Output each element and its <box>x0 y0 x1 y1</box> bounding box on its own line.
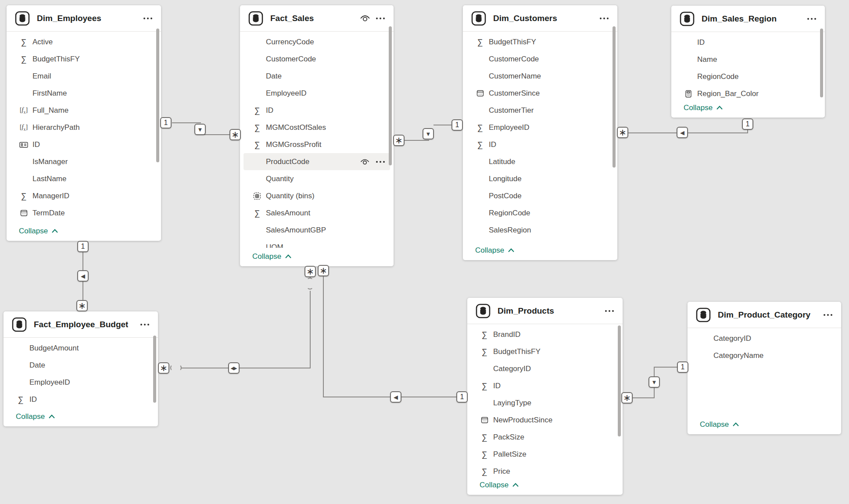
hidden-eye-icon[interactable] <box>360 158 370 165</box>
field-row[interactable]: UOM <box>240 239 394 248</box>
field-row[interactable]: Date <box>4 357 158 374</box>
relationship-line[interactable] <box>172 122 201 123</box>
field-row[interactable]: ∑ID <box>4 391 158 408</box>
cardinality-many[interactable]: ∗ <box>229 129 241 140</box>
filter-direction-arrow[interactable]: ◀▶ <box>228 362 240 374</box>
filter-direction-arrow[interactable]: ▼ <box>648 376 660 388</box>
cardinality-many[interactable]: ∗ <box>304 266 316 277</box>
field-row[interactable]: ∑PackSize <box>467 429 623 446</box>
field-row[interactable]: ∑MGMCostOfSales <box>240 119 394 136</box>
cardinality-many[interactable]: ∗ <box>318 265 329 276</box>
field-row[interactable]: BudgetAmount <box>4 340 158 357</box>
field-row[interactable]: CustomerTier <box>463 102 617 119</box>
field-row[interactable]: CurrencyCode <box>240 33 394 50</box>
filter-direction-arrow[interactable]: ▼ <box>423 128 434 139</box>
table-card-fact-sales[interactable]: Fact_Sales CurrencyCodeCustomerCodeDateE… <box>240 5 394 266</box>
field-row[interactable]: ∑PalletSize <box>467 446 623 463</box>
table-card-dim-employees[interactable]: Dim_Employees ∑Active∑BudgetThisFYEmailF… <box>7 5 161 241</box>
scrollbar-thumb[interactable] <box>613 26 616 168</box>
table-card-dim-products[interactable]: Dim_Products ∑BrandID∑BudgetThisFYCatego… <box>467 298 623 495</box>
field-row[interactable]: ∑BudgetThisFY <box>7 50 161 68</box>
field-row[interactable]: ∑ID <box>467 377 623 394</box>
field-row[interactable]: ∑SalesAmount <box>240 204 394 222</box>
table-menu-icon[interactable] <box>806 15 817 22</box>
field-row[interactable]: IsManager <box>7 153 161 170</box>
table-header[interactable]: Dim_Products <box>467 298 623 324</box>
field-row[interactable]: Latitude <box>463 153 617 170</box>
collapse-link[interactable]: Collapse <box>475 244 515 257</box>
field-row[interactable]: EmployeeID <box>4 374 158 391</box>
field-row[interactable]: FirstName <box>7 85 161 102</box>
field-row[interactable]: ∑ID <box>240 102 394 119</box>
field-row[interactable]: CustomerSince <box>463 85 617 102</box>
field-row[interactable]: Quantity (bins) <box>240 187 394 204</box>
field-row[interactable]: ID <box>671 34 825 51</box>
cardinality-one[interactable]: 1 <box>742 118 753 130</box>
cardinality-one[interactable]: 1 <box>77 241 89 252</box>
field-row[interactable]: Date <box>240 68 394 85</box>
table-menu-icon[interactable] <box>143 15 153 22</box>
table-card-dim-product-category[interactable]: Dim_Product_Category CategoryIDCategoryN… <box>688 302 841 434</box>
field-row[interactable]: ∑BudgetThisFY <box>467 343 623 360</box>
field-row[interactable]: ID <box>7 136 161 153</box>
field-row[interactable]: ∑BudgetThisFY <box>463 33 617 50</box>
relationship-line[interactable] <box>632 397 655 398</box>
cardinality-many[interactable]: ∗ <box>393 135 405 146</box>
filter-direction-arrow[interactable]: ◀ <box>677 127 688 138</box>
cardinality-many[interactable]: ∗ <box>76 300 88 311</box>
table-card-dim-sales-region[interactable]: Dim_Sales_Region IDNameRegionCodeRegion_… <box>671 6 825 118</box>
field-menu-icon[interactable] <box>375 158 386 165</box>
field-row[interactable]: ∑Active <box>7 33 161 50</box>
field-row[interactable]: ∑EmployeeID <box>463 119 617 136</box>
field-row[interactable]: [fx]HierarchyPath <box>7 119 161 136</box>
field-row[interactable]: RegionCode <box>463 204 617 222</box>
table-menu-icon[interactable] <box>375 15 386 22</box>
field-row[interactable]: LastName <box>7 170 161 187</box>
field-row[interactable]: SalesRegion <box>463 222 617 239</box>
cardinality-one[interactable]: 1 <box>451 119 463 131</box>
cardinality-many[interactable]: ∗ <box>617 127 628 138</box>
cardinality-many[interactable]: ∗ <box>621 392 633 404</box>
field-row[interactable]: Region_Bar_Color <box>671 85 825 102</box>
field-row[interactable]: Quantity <box>240 170 394 187</box>
table-header[interactable]: Dim_Employees <box>7 5 161 32</box>
table-menu-icon[interactable] <box>599 15 609 22</box>
field-row[interactable]: TermDate <box>7 204 161 222</box>
table-header[interactable]: Dim_Customers <box>463 5 617 32</box>
field-row[interactable]: CategoryID <box>688 330 841 347</box>
relationship-line[interactable] <box>323 276 324 397</box>
collapse-link[interactable]: Collapse <box>252 250 292 263</box>
table-header[interactable]: Dim_Product_Category <box>688 302 841 328</box>
field-row[interactable]: ∑MGMGrossProfit <box>240 136 394 153</box>
table-menu-icon[interactable] <box>604 307 615 315</box>
field-row[interactable]: CustomerCode <box>240 50 394 68</box>
relationship-line[interactable] <box>404 140 429 141</box>
field-row[interactable]: Name <box>671 51 825 68</box>
scrollbar-thumb[interactable] <box>389 26 392 165</box>
field-row[interactable]: LayingType <box>467 394 623 411</box>
field-row[interactable]: [fx]Full_Name <box>7 102 161 119</box>
relationship-line[interactable] <box>628 132 748 133</box>
collapse-link[interactable]: Collapse <box>684 102 723 114</box>
collapse-link[interactable]: Collapse <box>480 479 519 491</box>
scrollbar-thumb[interactable] <box>618 325 621 436</box>
field-row[interactable]: Email <box>7 68 161 85</box>
table-header[interactable]: Dim_Sales_Region <box>671 6 825 32</box>
table-menu-icon[interactable] <box>140 321 150 328</box>
field-row[interactable]: PostCode <box>463 187 617 204</box>
field-row[interactable]: NewProductSince <box>467 411 623 429</box>
field-row[interactable]: SalesAmountGBP <box>240 222 394 239</box>
field-row[interactable]: ProductCode <box>244 153 390 170</box>
field-row[interactable]: CustomerCode <box>463 50 617 68</box>
field-row[interactable]: RegionCode <box>671 68 825 85</box>
field-row[interactable]: Longitude <box>463 170 617 187</box>
cardinality-many[interactable]: ∗ <box>158 362 169 374</box>
field-row[interactable]: EmployeeID <box>240 85 394 102</box>
table-menu-icon[interactable] <box>823 311 833 318</box>
table-card-dim-customers[interactable]: Dim_Customers ∑BudgetThisFYCustomerCodeC… <box>463 5 617 260</box>
scrollbar-thumb[interactable] <box>820 29 823 97</box>
relationship-line[interactable] <box>181 368 311 368</box>
scrollbar-thumb[interactable] <box>156 29 159 162</box>
field-row[interactable]: ∑ManagerID <box>7 187 161 204</box>
collapse-link[interactable]: Collapse <box>19 225 58 237</box>
